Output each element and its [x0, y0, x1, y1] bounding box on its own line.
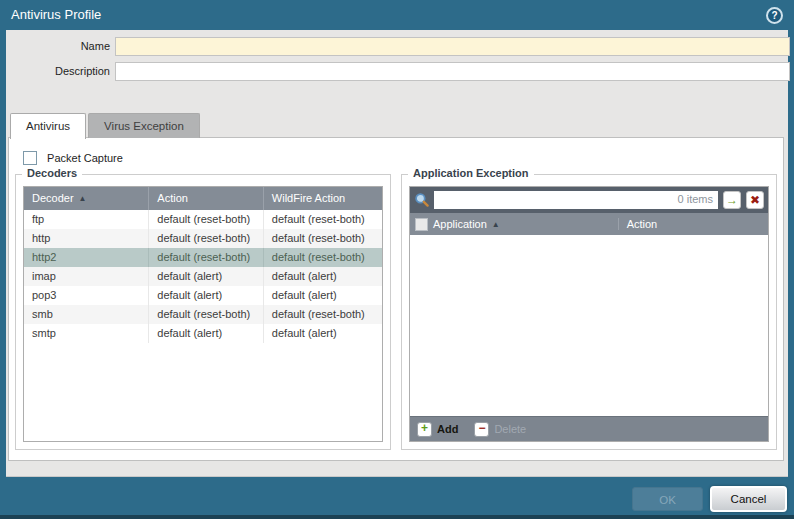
action-cell[interactable]: default (alert) — [149, 324, 264, 343]
add-icon: + — [417, 422, 432, 437]
cancel-button[interactable]: Cancel — [710, 486, 787, 512]
decoder-row[interactable]: imap default (alert) default (alert) — [24, 267, 382, 286]
delete-button[interactable]: − Delete — [474, 422, 526, 437]
packet-capture-option: Packet Capture — [23, 151, 123, 165]
wildfire-action-cell[interactable]: default (reset-both) — [264, 248, 382, 267]
column-header-decoder[interactable]: Decoder▲ — [24, 187, 149, 210]
action-cell[interactable]: default (reset-both) — [149, 305, 264, 324]
wildfire-action-cell[interactable]: default (reset-both) — [264, 210, 382, 229]
name-field[interactable] — [115, 37, 790, 56]
decoder-cell: pop3 — [24, 286, 149, 305]
dialog-body: Name Description Shared Antivirus Virus … — [6, 30, 788, 477]
antivirus-tab-panel: Packet Capture Decoders Decoder▲ Action … — [8, 137, 784, 461]
decoders-table-header: Decoder▲ Action WildFire Action — [24, 187, 382, 210]
description-label: Description — [6, 65, 110, 77]
decoders-table-body: ftp default (reset-both) default (reset-… — [24, 210, 382, 441]
select-all-column — [410, 218, 433, 231]
help-icon[interactable]: ? — [766, 7, 783, 24]
delete-icon: − — [474, 422, 489, 437]
column-header-app-action[interactable]: Action — [618, 218, 768, 230]
column-header-action[interactable]: Action — [149, 187, 264, 210]
wildfire-action-cell[interactable]: default (alert) — [264, 267, 382, 286]
wildfire-action-cell[interactable]: default (reset-both) — [264, 229, 382, 248]
decoders-table: Decoder▲ Action WildFire Action ftp defa… — [23, 186, 383, 442]
select-all-checkbox[interactable] — [415, 218, 428, 231]
decoders-groupbox: Decoders Decoder▲ Action WildFire Action… — [15, 174, 391, 450]
application-search-input[interactable] — [434, 191, 718, 209]
decoder-cell: smtp — [24, 324, 149, 343]
clear-filter-button[interactable]: ✖ — [746, 191, 764, 209]
decoder-row[interactable]: smtp default (alert) default (alert) — [24, 324, 382, 343]
decoder-cell: imap — [24, 267, 149, 286]
tab-antivirus[interactable]: Antivirus — [10, 113, 86, 139]
column-header-application[interactable]: Application▲ — [433, 218, 618, 230]
application-exception-groupbox: Application Exception 0 items → ✖ — [401, 174, 777, 450]
apply-filter-button[interactable]: → — [723, 191, 741, 209]
action-cell[interactable]: default (alert) — [149, 286, 264, 305]
sort-ascending-icon: ▲ — [492, 220, 500, 229]
search-icon[interactable] — [414, 192, 430, 208]
ok-button[interactable]: OK — [632, 487, 703, 511]
window-bottom-edge — [0, 515, 794, 519]
action-cell[interactable]: default (alert) — [149, 267, 264, 286]
description-field[interactable] — [115, 62, 790, 81]
tab-virus-exception[interactable]: Virus Exception — [88, 113, 200, 138]
action-cell[interactable]: default (reset-both) — [149, 229, 264, 248]
application-table-footer: + Add − Delete — [410, 416, 768, 441]
decoder-cell: http — [24, 229, 149, 248]
application-exception-legend: Application Exception — [408, 167, 534, 179]
decoder-row[interactable]: ftp default (reset-both) default (reset-… — [24, 210, 382, 229]
decoder-row[interactable]: smb default (reset-both) default (reset-… — [24, 305, 382, 324]
wildfire-action-cell[interactable]: default (reset-both) — [264, 305, 382, 324]
column-header-wildfire-action[interactable]: WildFire Action — [264, 187, 382, 210]
packet-capture-label: Packet Capture — [47, 152, 123, 164]
dialog-title-bar: Antivirus Profile — [0, 0, 794, 30]
decoder-cell: ftp — [24, 210, 149, 229]
decoder-row[interactable]: http2 default (reset-both) default (rese… — [24, 248, 382, 267]
application-exception-table: 0 items → ✖ Application▲ Action — [409, 186, 769, 442]
action-cell[interactable]: default (reset-both) — [149, 248, 264, 267]
sort-ascending-icon: ▲ — [79, 194, 87, 203]
application-table-header: Application▲ Action — [410, 213, 768, 235]
wildfire-action-cell[interactable]: default (alert) — [264, 324, 382, 343]
dialog-title: Antivirus Profile — [11, 7, 101, 22]
application-search-box: 0 items — [434, 191, 718, 209]
decoder-cell: smb — [24, 305, 149, 324]
decoder-row[interactable]: http default (reset-both) default (reset… — [24, 229, 382, 248]
action-cell[interactable]: default (reset-both) — [149, 210, 264, 229]
application-search-bar: 0 items → ✖ — [410, 187, 768, 213]
decoder-row[interactable]: pop3 default (alert) default (alert) — [24, 286, 382, 305]
tab-strip: Antivirus Virus Exception — [10, 113, 202, 139]
name-label: Name — [6, 40, 110, 52]
packet-capture-checkbox[interactable] — [23, 151, 37, 165]
decoder-cell: http2 — [24, 248, 149, 267]
decoders-legend: Decoders — [22, 167, 82, 179]
add-button[interactable]: + Add — [417, 422, 458, 437]
application-table-body — [410, 235, 768, 416]
wildfire-action-cell[interactable]: default (alert) — [264, 286, 382, 305]
